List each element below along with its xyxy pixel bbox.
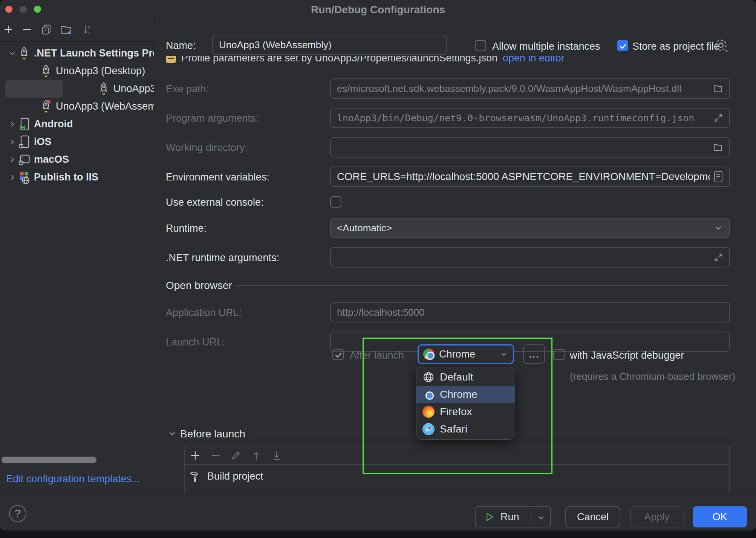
runtime-dropdown[interactable]: <Automatic> bbox=[330, 218, 730, 238]
popup-item-label: Chrome bbox=[440, 388, 477, 400]
apply-button[interactable]: Apply bbox=[630, 506, 684, 527]
tree-selection-highlight bbox=[5, 80, 63, 98]
popup-item-label: Firefox bbox=[440, 406, 472, 418]
working-directory-field[interactable] bbox=[330, 137, 730, 157]
footer-separator bbox=[0, 494, 756, 494]
macos-app-icon bbox=[17, 153, 31, 167]
svg-text:a: a bbox=[88, 25, 90, 29]
svg-text:z: z bbox=[88, 31, 90, 35]
tree-item-ios[interactable]: iOS bbox=[0, 133, 154, 151]
chevron-down-icon[interactable] bbox=[8, 49, 17, 58]
popup-item-label: Safari bbox=[440, 423, 467, 435]
browser-more-button[interactable]: ... bbox=[523, 344, 545, 364]
cancel-button[interactable]: Cancel bbox=[565, 506, 620, 527]
before-launch-panel: Build project bbox=[184, 446, 730, 494]
tree-item-label: UnoApp3 (WebAssembly) bbox=[113, 83, 154, 95]
hammer-icon bbox=[188, 470, 201, 483]
gear-icon[interactable] bbox=[713, 38, 728, 53]
configurations-sidebar: az .NET Launch Settings Profiles UnoApp3… bbox=[0, 18, 154, 494]
tree-item-android[interactable]: Android bbox=[0, 115, 154, 133]
remove-icon[interactable] bbox=[210, 449, 222, 462]
move-up-icon[interactable] bbox=[250, 449, 262, 462]
run-debug-configurations-dialog: Run/Debug Configurations az bbox=[0, 0, 756, 530]
popup-item-firefox[interactable]: Firefox bbox=[416, 403, 515, 420]
application-url-field[interactable]: http://localhost:5000 bbox=[330, 302, 730, 322]
name-input[interactable]: UnoApp3 (WebAssembly) bbox=[212, 35, 447, 55]
store-as-project-file-checkbox[interactable] bbox=[617, 40, 628, 51]
net-runtime-arguments-field[interactable] bbox=[330, 247, 730, 267]
sort-configurations-icon[interactable]: az bbox=[80, 22, 95, 37]
name-label: Name: bbox=[166, 40, 196, 52]
open-browser-section-title: Open browser bbox=[166, 280, 232, 292]
tree-item-unoapp3-webassembly-selected[interactable]: UnoApp3 (WebAssembly) bbox=[0, 80, 154, 98]
net-runtime-arguments-label: .NET runtime arguments: bbox=[166, 252, 279, 264]
tree-item-label: Android bbox=[34, 118, 73, 130]
tree-item-unoapp3-webassembly-error[interactable]: UnoApp3 (WebAssembly) bbox=[0, 98, 154, 115]
after-launch-checkbox[interactable] bbox=[332, 349, 344, 360]
environment-variables-label: Environment variables: bbox=[166, 171, 269, 183]
chevron-right-icon[interactable] bbox=[8, 173, 17, 182]
use-external-console-checkbox[interactable] bbox=[330, 196, 341, 208]
publish-iis-icon bbox=[17, 170, 31, 185]
browser-popup: Default Chrome Firefox Safari bbox=[416, 367, 515, 440]
edit-configuration-templates-link[interactable]: Edit configuration templates... bbox=[6, 473, 140, 485]
expand-icon[interactable] bbox=[713, 113, 723, 123]
browser-select[interactable]: Chrome bbox=[418, 344, 514, 364]
run-split-separator bbox=[531, 510, 531, 524]
horizontal-scrollbar[interactable] bbox=[2, 457, 96, 463]
new-folder-icon[interactable] bbox=[59, 22, 74, 37]
run-button[interactable]: Run bbox=[475, 506, 551, 527]
launch-url-label: Launch URL: bbox=[166, 336, 225, 348]
open-in-editor-link[interactable]: open in editor bbox=[503, 56, 565, 64]
application-url-label: Application URL: bbox=[166, 307, 242, 319]
js-debugger-checkbox[interactable] bbox=[553, 349, 565, 360]
program-arguments-field[interactable]: lnoApp3/bin/Debug/net9.0-browserwasm/Uno… bbox=[330, 108, 730, 128]
tree-item-label: macOS bbox=[34, 154, 69, 165]
sidebar-divider bbox=[154, 18, 155, 494]
tree-item-label: UnoApp3 (WebAssembly) bbox=[56, 101, 154, 112]
runtime-label: Runtime: bbox=[166, 223, 207, 234]
before-launch-chevron-down-icon[interactable] bbox=[167, 429, 177, 439]
chevron-right-icon[interactable] bbox=[8, 156, 17, 164]
popup-item-default[interactable]: Default bbox=[416, 368, 515, 386]
run-button-label: Run bbox=[500, 511, 519, 523]
store-as-project-file-label: Store as project file bbox=[632, 41, 719, 52]
remove-configuration-icon[interactable] bbox=[20, 22, 35, 37]
allow-multiple-instances-checkbox[interactable] bbox=[475, 40, 486, 51]
before-launch-item-build-project[interactable]: Build project bbox=[188, 470, 263, 483]
sidebar-toolbar: az bbox=[0, 18, 154, 41]
warning-icon bbox=[166, 56, 176, 63]
list-icon[interactable] bbox=[713, 171, 723, 183]
move-down-icon[interactable] bbox=[271, 449, 283, 462]
add-icon[interactable] bbox=[189, 449, 201, 462]
program-arguments-label: Program arguments: bbox=[166, 113, 259, 124]
titlebar: Run/Debug Configurations bbox=[0, 0, 756, 18]
help-button[interactable]: ? bbox=[9, 505, 26, 522]
ok-button[interactable]: OK bbox=[693, 506, 747, 527]
chevron-right-icon[interactable] bbox=[8, 120, 17, 128]
run-options-chevron-down-icon[interactable] bbox=[537, 513, 546, 522]
edit-pencil-icon[interactable] bbox=[230, 449, 242, 462]
before-launch-item-label: Build project bbox=[207, 471, 263, 482]
exe-path-field[interactable]: es/microsoft.net.sdk.webassembly.pack/9.… bbox=[330, 78, 730, 99]
environment-variables-field[interactable]: CORE_URLS=http://localhost:5000 ASPNETCO… bbox=[330, 167, 730, 187]
tree-item-unoapp3-desktop[interactable]: UnoApp3 (Desktop) bbox=[0, 62, 154, 80]
popup-item-safari[interactable]: Safari bbox=[416, 420, 515, 438]
tree-item-label: UnoApp3 (Desktop) bbox=[56, 65, 145, 77]
folder-icon[interactable] bbox=[713, 142, 723, 152]
tree-item-dotnet-launch-settings[interactable]: .NET Launch Settings Profiles bbox=[0, 44, 154, 62]
working-directory-label: Working directory: bbox=[166, 142, 248, 154]
add-configuration-icon[interactable] bbox=[1, 22, 16, 37]
warning-text: Profile parameters are set by UnoApp3/Pr… bbox=[181, 56, 497, 64]
expand-icon[interactable] bbox=[713, 252, 723, 262]
tree-item-publish-to-iis[interactable]: Publish to IIS bbox=[0, 168, 154, 186]
profile-parameters-warning: Profile parameters are set by UnoApp3/Pr… bbox=[166, 56, 637, 70]
folder-icon[interactable] bbox=[713, 84, 723, 93]
before-launch-section-title: Before launch bbox=[180, 428, 245, 440]
tree-item-macos[interactable]: macOS bbox=[0, 151, 154, 168]
use-external-console-label: Use external console: bbox=[166, 197, 264, 208]
chevron-down-icon bbox=[499, 350, 508, 359]
copy-configuration-icon[interactable] bbox=[39, 22, 54, 37]
popup-item-chrome[interactable]: Chrome bbox=[416, 386, 515, 403]
chevron-right-icon[interactable] bbox=[8, 138, 17, 146]
